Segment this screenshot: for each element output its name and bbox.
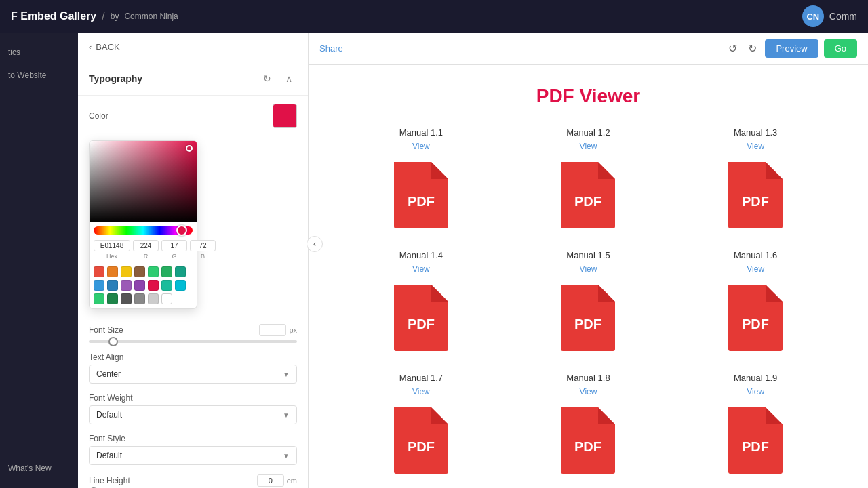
swatch-mint[interactable] [161, 280, 172, 291]
pdf-item: Manual 1.7 View PDF [351, 373, 492, 475]
sidebar-item-link-to-website[interactable]: to Website [0, 64, 78, 87]
swatch-gray[interactable] [134, 293, 145, 304]
sidebar-narrow: tics to Website What's New [0, 33, 78, 488]
swatch-dark-green[interactable] [161, 266, 172, 277]
font-size-input[interactable] [259, 324, 286, 336]
pdf-view-link[interactable]: View [412, 142, 430, 151]
pdf-gallery: PDF Viewer Manual 1.1 View PDF Manual 1.… [309, 65, 868, 488]
color-label: Color [89, 111, 108, 121]
sidebar-item-whats-new[interactable]: What's New [0, 457, 78, 480]
pdf-item-title: Manual 1.8 [566, 373, 610, 383]
toolbar-right: ↺ ↻ Preview Go [726, 39, 857, 58]
pdf-view-link[interactable]: View [747, 142, 764, 151]
avatar: CN [802, 5, 824, 27]
publish-button[interactable]: Go [824, 39, 857, 58]
pdf-icon: PDF [391, 401, 452, 475]
text-align-dropdown[interactable]: Center ▼ [89, 365, 297, 384]
pdf-view-link[interactable]: View [747, 264, 764, 274]
pdf-view-link[interactable]: View [580, 387, 597, 396]
svg-text:PDF: PDF [742, 317, 769, 331]
hue-bar[interactable] [94, 226, 193, 235]
hue-cursor [176, 225, 187, 236]
section-icons: ↻ ∧ [259, 70, 297, 87]
pdf-item: Manual 1.2 View PDF [518, 127, 658, 230]
font-size-row: Font Size px [89, 324, 297, 343]
reset-icon[interactable]: ↻ [259, 70, 275, 87]
swatch-red[interactable] [94, 266, 104, 277]
pdf-view-link[interactable]: View [580, 142, 597, 151]
g-input[interactable] [161, 240, 187, 251]
pdf-item: Manual 1.8 View PDF [518, 373, 658, 475]
color-swatch[interactable] [273, 104, 297, 128]
swatch-pink[interactable] [148, 280, 159, 291]
swatch-cyan[interactable] [175, 280, 186, 291]
font-style-row: Font Style Default ▼ [89, 434, 297, 465]
swatch-palette [90, 264, 197, 308]
header-brand-label: Comm [829, 11, 857, 22]
gradient-cursor [186, 145, 193, 152]
text-align-row: Text Align Center ▼ [89, 352, 297, 384]
r-input-group: R [133, 240, 159, 260]
toolbar-left: Share [319, 43, 343, 54]
swatch-light-green[interactable] [94, 293, 104, 304]
font-weight-row: Font Weight Default ▼ [89, 393, 297, 424]
header-left: F Embed Gallery / by Common Ninja [11, 10, 178, 22]
back-button[interactable]: ‹ BACK [78, 33, 308, 62]
swatch-purple[interactable] [121, 280, 132, 291]
svg-text:PDF: PDF [408, 439, 435, 454]
swatch-yellow[interactable] [121, 266, 132, 277]
swatch-dark-purple[interactable] [134, 280, 145, 291]
pdf-view-link[interactable]: View [412, 264, 430, 274]
font-weight-dropdown[interactable]: Default ▼ [89, 405, 297, 424]
pdf-item: Manual 1.3 View PDF [686, 127, 826, 230]
swatch-dark-blue[interactable] [107, 280, 118, 291]
swatch-blue[interactable] [94, 280, 104, 291]
header-right: CN Comm [802, 5, 857, 27]
redo-button[interactable]: ↻ [745, 39, 760, 58]
hex-input[interactable] [94, 240, 130, 251]
pdf-item: Manual 1.6 View PDF [686, 250, 826, 352]
svg-text:PDF: PDF [574, 194, 601, 209]
swatch-forest[interactable] [107, 293, 118, 304]
swatch-charcoal[interactable] [121, 293, 132, 304]
text-align-label: Text Align [89, 352, 297, 362]
hex-label: Hex [106, 253, 117, 260]
back-chevron-icon: ‹ [89, 42, 92, 52]
color-inputs: Hex R G B [90, 237, 197, 264]
g-input-group: G [161, 240, 187, 260]
swatch-green[interactable] [148, 266, 159, 277]
undo-button[interactable]: ↺ [726, 39, 740, 58]
font-weight-value: Default [96, 410, 122, 420]
swatch-orange[interactable] [107, 266, 118, 277]
chevron-down-icon: ▼ [283, 452, 290, 460]
line-height-input[interactable] [257, 474, 284, 487]
pdf-item: Manual 1.1 View PDF [351, 127, 492, 230]
swatch-white[interactable] [161, 293, 172, 304]
sidebar-item-analytics[interactable]: tics [0, 41, 78, 64]
color-gradient-area[interactable] [90, 141, 197, 222]
pdf-item-title: Manual 1.1 [399, 127, 443, 138]
r-input[interactable] [133, 240, 159, 251]
collapse-icon[interactable]: ∧ [281, 70, 297, 87]
share-link[interactable]: Share [319, 43, 343, 54]
main-layout: tics to Website What's New ‹ BACK Typogr… [0, 33, 868, 488]
svg-text:PDF: PDF [742, 439, 769, 454]
pdf-view-link[interactable]: View [580, 264, 597, 274]
pdf-view-link[interactable]: View [747, 387, 764, 396]
swatch-teal[interactable] [175, 266, 186, 277]
font-size-slider[interactable] [89, 340, 297, 343]
font-style-dropdown[interactable]: Default ▼ [89, 446, 297, 465]
text-align-value: Center [96, 369, 121, 379]
chevron-down-icon: ▼ [283, 411, 290, 419]
preview-button[interactable]: Preview [765, 39, 818, 58]
b-input[interactable] [190, 240, 216, 251]
pdf-icon: PDF [391, 155, 452, 230]
pdf-item-title: Manual 1.5 [566, 250, 610, 260]
chevron-down-icon: ▼ [283, 371, 290, 378]
swatch-brown[interactable] [134, 266, 145, 277]
swatch-light-gray[interactable] [148, 293, 159, 304]
pdf-view-link[interactable]: View [412, 387, 430, 396]
gradient-base [90, 141, 197, 222]
line-height-label: Line Height [89, 476, 130, 485]
preview-area: Share ↺ ↻ Preview Go ‹ PDF Viewer Manual… [309, 33, 868, 488]
